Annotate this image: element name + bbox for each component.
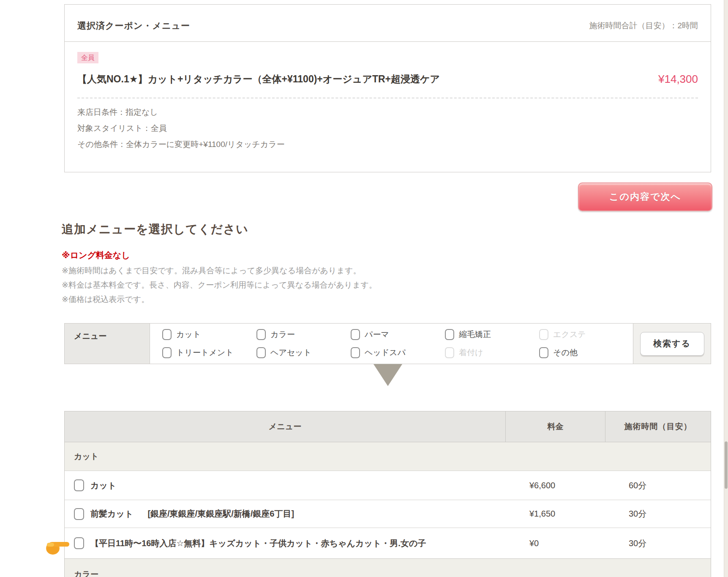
header-time: 施術時間（目安） <box>605 411 711 442</box>
filter-search-cell: 検索する <box>633 324 711 364</box>
row-label: 【平日11時〜16時入店☆無料】キッズカット・子供カット・赤ちゃんカット・男.女… <box>90 538 426 549</box>
row-checkbox[interactable] <box>74 479 84 491</box>
row-menu-cell: 【平日11時〜16時入店☆無料】キッズカット・子供カット・赤ちゃんカット・男.女… <box>65 537 505 549</box>
row-time: 60分 <box>605 480 711 491</box>
next-step-button[interactable]: この内容で次へ <box>578 182 712 211</box>
checkbox-icon <box>539 347 548 358</box>
coupon-price: ¥14,300 <box>658 73 698 86</box>
section-row-cut: カット <box>65 442 711 471</box>
table-header: メニュー 料金 施術時間（目安） <box>65 411 711 442</box>
checkbox-icon <box>445 329 454 340</box>
row-price: ¥0 <box>505 539 605 548</box>
filter-checkbox-straightening[interactable]: 縮毛矯正 <box>445 329 539 340</box>
filter-row-1: カット カラー パーマ 縮毛矯正 エクステ <box>162 329 633 340</box>
checkbox-icon <box>162 347 172 358</box>
coupon-line: 【人気NO.1★】カット+リタッチカラー（全体+¥1100)+オージュアTR+超… <box>77 73 698 86</box>
filter-label: メニュー <box>65 324 150 364</box>
menu-row-cut: カット ¥6,600 60分 <box>65 471 711 500</box>
checkbox-icon <box>256 329 266 340</box>
selected-coupon-body: 全員 【人気NO.1★】カット+リタッチカラー（全体+¥1100)+オージュアT… <box>65 42 711 152</box>
dashed-divider <box>77 98 698 98</box>
filter-checkbox-perm[interactable]: パーマ <box>351 329 445 340</box>
coupon-conditions: 来店日条件：指定なし 対象スタイリスト：全員 その他条件：全体カラーに変更時+¥… <box>77 104 698 152</box>
pointing-right-hand-icon <box>46 537 70 556</box>
row-time: 30分 <box>605 538 711 549</box>
audience-badge: 全員 <box>77 52 98 63</box>
search-button[interactable]: 検索する <box>640 332 704 356</box>
panel-title: 選択済クーポン・メニュー <box>77 20 190 32</box>
note-line-duration: ※施術時間はあくまで目安です。混み具合等によって多少異なる場合があります。 <box>62 264 377 278</box>
reservation-page: 選択済クーポン・メニュー 施術時間合計（目安）：2時間 全員 【人気NO.1★】… <box>0 0 728 577</box>
condition-stylist: 対象スタイリスト：全員 <box>77 120 698 136</box>
row-label: カット <box>90 480 116 491</box>
checkbox-icon <box>445 347 454 358</box>
checkbox-icon <box>351 329 360 340</box>
filter-checkbox-headspa[interactable]: ヘッドスパ <box>351 347 445 358</box>
section-row-color: カラー <box>65 558 711 577</box>
condition-other: その他条件：全体カラーに変更時+¥1100/リタッチカラー <box>77 136 698 152</box>
service-notes: ※施術時間はあくまで目安です。混み具合等によって多少異なる場合があります。 ※料… <box>62 264 377 307</box>
long-fee-note: ※ロング料金なし <box>62 250 130 261</box>
filter-checkbox-kitsuke: 着付け <box>445 347 539 358</box>
selected-coupon-panel: 選択済クーポン・メニュー 施術時間合計（目安）：2時間 全員 【人気NO.1★】… <box>64 4 711 172</box>
checkbox-icon <box>539 329 548 340</box>
menu-row-kids-cut: 【平日11時〜16時入店☆無料】キッズカット・子供カット・赤ちゃんカット・男.女… <box>65 528 711 558</box>
menu-row-bangs-cut: 前髪カット [銀座/東銀座/東銀座駅/新橋/銀座6丁目] ¥1,650 30分 <box>65 500 711 528</box>
down-arrow-icon <box>374 364 402 386</box>
menu-filter: メニュー カット カラー パーマ 縮毛矯正 エクステ トリートメント ヘアセット… <box>64 323 711 364</box>
condition-visit-date: 来店日条件：指定なし <box>77 104 698 120</box>
header-price: 料金 <box>505 411 605 442</box>
scrollbar-thumb[interactable] <box>725 441 728 489</box>
menu-table: メニュー 料金 施術時間（目安） カット カット ¥6,600 60分 前髪カッ… <box>64 411 711 577</box>
row-price: ¥6,600 <box>505 481 605 490</box>
header-menu: メニュー <box>65 411 505 442</box>
additional-menu-heading: 追加メニューを選択してください <box>62 221 248 237</box>
row-label: 前髪カット <box>90 508 133 520</box>
filter-checkbox-other[interactable]: その他 <box>539 347 633 358</box>
row-checkbox[interactable] <box>74 508 84 520</box>
checkbox-icon <box>256 347 266 358</box>
selected-coupon-header: 選択済クーポン・メニュー 施術時間合計（目安）：2時間 <box>65 5 711 42</box>
checkbox-icon <box>351 347 360 358</box>
row-menu-cell: 前髪カット [銀座/東銀座/東銀座駅/新橋/銀座6丁目] <box>65 508 505 520</box>
note-line-tax: ※価格は税込表示です。 <box>62 292 377 307</box>
filter-checkbox-extensions: エクステ <box>539 329 633 340</box>
filter-checkbox-hairset[interactable]: ヘアセット <box>256 347 351 358</box>
row-menu-cell: カット <box>65 479 505 491</box>
note-line-price: ※料金は基本料金です。長さ、内容、クーポン利用等によって異なる場合があります。 <box>62 278 377 292</box>
scrollbar-track[interactable] <box>724 0 728 577</box>
row-time: 30分 <box>605 508 711 520</box>
row-price: ¥1,650 <box>505 509 605 519</box>
filter-checkbox-treatment[interactable]: トリートメント <box>162 347 256 358</box>
filter-checkbox-cut[interactable]: カット <box>162 329 256 340</box>
row-location: [銀座/東銀座/東銀座駅/新橋/銀座6丁目] <box>147 508 294 520</box>
row-checkbox[interactable] <box>74 537 84 549</box>
filter-checkbox-area: カット カラー パーマ 縮毛矯正 エクステ トリートメント ヘアセット ヘッドス… <box>150 324 633 364</box>
checkbox-icon <box>162 329 172 340</box>
total-duration-label: 施術時間合計（目安）：2時間 <box>589 20 698 31</box>
filter-row-2: トリートメント ヘアセット ヘッドスパ 着付け その他 <box>162 347 633 358</box>
filter-checkbox-color[interactable]: カラー <box>256 329 351 340</box>
coupon-title: 【人気NO.1★】カット+リタッチカラー（全体+¥1100)+オージュアTR+超… <box>77 73 440 86</box>
